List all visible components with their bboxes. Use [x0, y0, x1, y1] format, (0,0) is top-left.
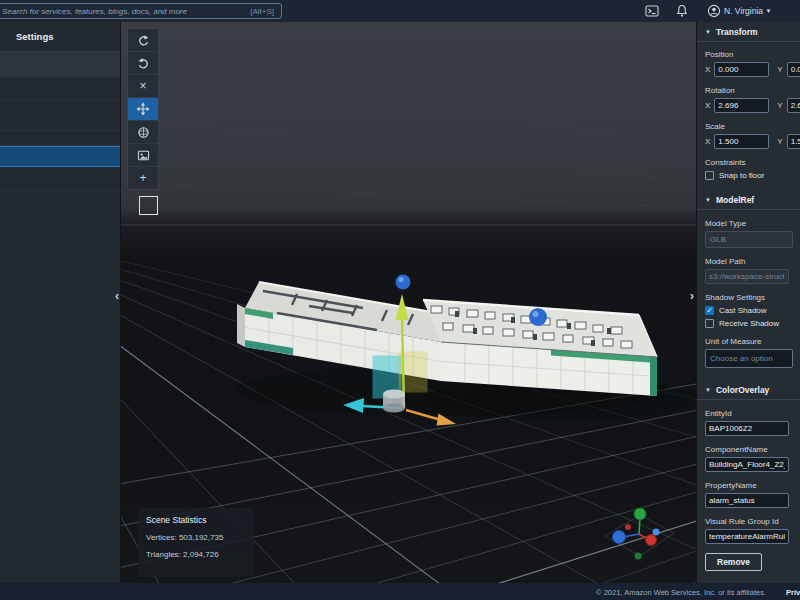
axis-y-label: Y — [777, 137, 782, 146]
position-x-input[interactable] — [714, 62, 769, 77]
model-type-label: Model Type — [705, 219, 800, 228]
privacy-link[interactable]: Privacy — [786, 588, 800, 597]
axis-x-ball[interactable] — [646, 535, 657, 546]
stats-triangles: Triangles: 2,094,726 — [146, 550, 246, 559]
component-name-input[interactable] — [705, 457, 789, 472]
cloudshell-icon[interactable] — [645, 4, 659, 18]
rule-group-label: Visual Rule Group Id — [705, 517, 800, 526]
rotation-x-input[interactable] — [714, 98, 769, 113]
region-selector[interactable]: N. Virginia ▼ — [724, 6, 771, 16]
receive-shadow-row: Receive Shadow — [705, 319, 800, 328]
unit-of-measure-label: Unit of Measure — [705, 337, 800, 346]
constraints-label: Constraints — [705, 158, 800, 167]
position-row: X Y — [705, 62, 800, 77]
blue-tag-sphere[interactable] — [396, 275, 411, 290]
section-header-transform[interactable]: ▼ Transform — [697, 22, 800, 42]
axis-y-ball[interactable] — [634, 508, 646, 520]
sidebar-row[interactable] — [0, 77, 120, 100]
scene-statistics-overlay: Scene Statistics Vertices: 503,192,735 T… — [138, 508, 254, 577]
entity-id-input[interactable] — [705, 421, 789, 436]
chevron-down-icon: ▼ — [765, 8, 771, 14]
console-header: Search for services, features, blogs, do… — [0, 0, 800, 22]
section-title: Transform — [716, 27, 758, 37]
scale-row: X Y — [705, 134, 800, 149]
selection-marquee — [139, 196, 158, 215]
section-title: ModelRef — [716, 195, 754, 205]
add-object-button[interactable]: + — [128, 167, 158, 189]
position-y-input[interactable] — [787, 62, 800, 77]
remove-button[interactable]: Remove — [705, 553, 762, 571]
axis-z-ball[interactable] — [613, 531, 626, 544]
scene-toolbar: × + — [127, 28, 159, 190]
scene-composer-app: Search for services, features, blogs, do… — [0, 0, 800, 600]
account-icon[interactable] — [707, 4, 721, 18]
stats-title: Scene Statistics — [146, 515, 246, 525]
section-header-coloroverlay[interactable]: ▼ ColorOverlay — [697, 380, 800, 400]
rotation-row: X Y — [705, 98, 800, 113]
shadow-settings-label: Shadow Settings — [705, 293, 800, 302]
axis-neg-x-ball[interactable] — [625, 524, 631, 530]
sidebar-row-selected[interactable] — [0, 146, 120, 167]
snap-to-floor-checkbox[interactable] — [705, 171, 714, 180]
position-label: Position — [705, 50, 800, 59]
section-header-modelref[interactable]: ▼ ModelRef — [697, 190, 800, 210]
section-title: ColorOverlay — [716, 385, 769, 395]
plus-icon: + — [139, 172, 146, 184]
sidebar-row[interactable] — [0, 131, 120, 146]
cast-shadow-checkbox[interactable]: ✓ — [705, 306, 714, 315]
stats-vertices: Vertices: 503,192,735 — [146, 533, 246, 542]
delete-button[interactable]: × — [128, 75, 158, 98]
copyright-text: © 2021, Amazon Web Services, Inc. or its… — [596, 588, 766, 597]
axis-x-label: X — [705, 65, 710, 74]
rule-group-input[interactable] — [705, 529, 789, 544]
collapse-left-panel-button[interactable]: ‹ — [112, 289, 122, 303]
model-path-label: Model Path — [705, 257, 800, 266]
cast-shadow-row: ✓ Cast Shadow — [705, 306, 800, 315]
cast-shadow-label: Cast Shadow — [719, 306, 767, 315]
property-name-input[interactable] — [705, 493, 789, 508]
scale-label: Scale — [705, 122, 800, 131]
scale-x-input[interactable] — [714, 134, 769, 149]
chevron-down-icon: ▼ — [705, 197, 711, 203]
sidebar-row[interactable] — [0, 100, 120, 131]
scene-canvas[interactable] — [121, 22, 697, 583]
close-icon: × — [139, 80, 146, 92]
chevron-down-icon: ▼ — [705, 387, 711, 393]
search-input[interactable]: Search for services, features, blogs, do… — [0, 3, 282, 19]
gizmo-origin-cylinder[interactable] — [383, 390, 405, 413]
axis-y-label: Y — [777, 65, 782, 74]
axis-neg-y-ball[interactable] — [635, 553, 642, 560]
unit-of-measure-select[interactable]: Choose an option — [705, 349, 793, 368]
viewport-3d[interactable]: Scene Statistics Vertices: 503,192,735 T… — [121, 22, 697, 583]
rotation-y-input[interactable] — [787, 98, 800, 113]
axis-triad[interactable] — [605, 508, 674, 560]
model-path-input — [705, 269, 789, 284]
console-footer: © 2021, Amazon Web Services, Inc. or its… — [0, 583, 800, 600]
collapse-right-panel-button[interactable]: › — [687, 289, 697, 303]
receive-shadow-checkbox[interactable] — [705, 319, 714, 328]
model-type-select: GLB — [705, 231, 793, 248]
component-name-label: ComponentName — [705, 445, 800, 454]
rotation-label: Rotation — [705, 86, 800, 95]
capture-button[interactable] — [128, 144, 158, 167]
sidebar-row[interactable] — [0, 167, 120, 191]
axis-neg-z-ball[interactable] — [653, 529, 660, 536]
ceiling-grid — [121, 47, 697, 208]
notifications-bell-icon[interactable] — [675, 4, 689, 18]
move-icon — [136, 102, 150, 116]
translate-tool-button[interactable] — [128, 98, 158, 121]
left-panel: Settings — [0, 22, 121, 583]
globe-icon — [137, 126, 150, 139]
chevron-down-icon: ▼ — [705, 29, 711, 35]
redo-button[interactable] — [128, 52, 158, 75]
sidebar-row[interactable] — [0, 52, 120, 77]
undo-button[interactable] — [128, 29, 158, 52]
axis-y-label: Y — [777, 101, 782, 110]
axis-x-label: X — [705, 101, 710, 110]
entity-id-label: EntityId — [705, 409, 800, 418]
search-shortcut: [Alt+S] — [250, 7, 274, 16]
blue-tag-sphere[interactable] — [529, 308, 547, 326]
receive-shadow-label: Receive Shadow — [719, 319, 779, 328]
rotate-tool-button[interactable] — [128, 121, 158, 144]
scale-y-input[interactable] — [787, 134, 800, 149]
